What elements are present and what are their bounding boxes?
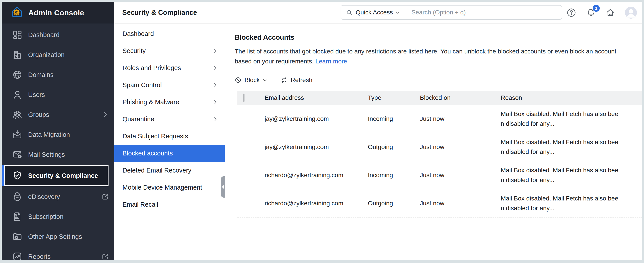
sidebar-item-label: Other App Settings — [28, 233, 82, 240]
submenu-item-mobile-device-management[interactable]: Mobile Device Management — [114, 179, 225, 196]
submenu-item-phishing-malware[interactable]: Phishing & Malware — [114, 94, 225, 111]
submenu-item-deleted-email-recovery[interactable]: Deleted Email Recovery — [114, 162, 225, 179]
table-row[interactable]: jay@zylkertraining.com Outgoing Just now… — [238, 133, 642, 161]
cell-email: jay@zylkertraining.com — [265, 115, 368, 122]
description-text: The list of accounts that got blocked du… — [235, 48, 616, 65]
select-all-checkbox[interactable] — [243, 94, 244, 102]
search-input[interactable] — [412, 9, 562, 16]
lock-icon — [12, 192, 22, 202]
notifications-bell-icon[interactable]: 1 — [586, 8, 596, 18]
sidebar-item-dashboard[interactable]: Dashboard — [2, 25, 114, 45]
table-row[interactable]: jay@zylkertraining.com Incoming Just now… — [238, 105, 642, 133]
sidebar-item-security-compliance[interactable]: Security & Compliance — [4, 165, 108, 186]
submenu-collapse-handle[interactable] — [221, 176, 225, 198]
sidebar-item-label: eDiscovery — [28, 193, 60, 200]
quick-access-dropdown[interactable]: Quick Access — [356, 9, 400, 16]
sidebar-item-ediscovery[interactable]: eDiscovery — [2, 187, 114, 207]
cell-reason: Mail Box disabled. Mail Fetch has also b… — [501, 194, 642, 213]
column-header-reason: Reason — [501, 94, 642, 101]
submenu-item-data-subject-requests[interactable]: Data Subject Requests — [114, 128, 225, 145]
page-title: Security & Compliance — [122, 9, 197, 17]
sidebar-item-other-app-settings[interactable]: Other App Settings — [2, 227, 114, 246]
admin-console-window: Admin Console Dashboard Organization Dom… — [2, 2, 642, 260]
sidebar-item-mail-settings[interactable]: Mail Settings — [2, 145, 114, 165]
cell-blocked-on: Just now — [420, 172, 501, 179]
invoice-icon — [12, 211, 22, 222]
refresh-button-label: Refresh — [290, 77, 312, 84]
submenu-item-security[interactable]: Security — [114, 42, 225, 59]
report-chart-icon — [12, 251, 22, 260]
sidebar-item-reports[interactable]: Reports — [2, 246, 114, 260]
submenu-item-label: Roles and Privileges — [122, 64, 181, 72]
submenu-item-label: Dashboard — [122, 30, 154, 38]
building-icon — [12, 50, 22, 60]
submenu-item-spam-control[interactable]: Spam Control — [114, 77, 225, 94]
cell-type: Incoming — [368, 172, 420, 179]
section-heading: Blocked Accounts — [235, 34, 636, 42]
search-divider — [406, 8, 406, 17]
submenu-item-label: Quarantine — [122, 116, 154, 123]
submenu-item-email-recall[interactable]: Email Recall — [114, 196, 225, 213]
topbar-icons: 1 — [566, 2, 637, 24]
app-logo-bar[interactable]: Admin Console — [2, 2, 114, 24]
submenu-item-label: Spam Control — [122, 81, 162, 89]
sidebar-item-organization[interactable]: Organization — [2, 45, 114, 65]
block-icon — [235, 77, 242, 83]
table-toolbar: Block Refresh — [235, 75, 636, 85]
sidebar-item-label: Security & Compliance — [28, 172, 98, 179]
sidebar-nav: Dashboard Organization Domains Users Gro… — [2, 24, 114, 260]
cell-email: richardo@zylkertraining.com — [265, 200, 368, 207]
security-compliance-submenu: Dashboard Security Roles and Privileges … — [114, 24, 225, 260]
chevron-right-icon — [212, 65, 218, 71]
refresh-icon — [281, 77, 288, 83]
global-search[interactable]: Quick Access — [340, 5, 562, 20]
block-button[interactable]: Block — [235, 77, 267, 84]
folder-gear-icon — [12, 231, 22, 242]
block-button-label: Block — [244, 77, 260, 84]
sidebar-item-data-migration[interactable]: Data Migration — [2, 125, 114, 145]
refresh-button[interactable]: Refresh — [281, 77, 312, 84]
home-icon[interactable] — [606, 8, 615, 18]
cell-type: Incoming — [368, 115, 420, 122]
globe-icon — [12, 70, 22, 80]
learn-more-link[interactable]: Learn more — [315, 58, 347, 65]
notification-badge: 1 — [592, 5, 600, 12]
sidebar-item-label: Dashboard — [28, 31, 60, 39]
sidebar-item-label: Subscription — [28, 213, 64, 220]
submenu-item-blocked-accounts[interactable]: Blocked accounts — [114, 145, 225, 162]
people-group-icon — [12, 110, 22, 120]
sidebar-item-groups[interactable]: Groups — [2, 105, 114, 125]
cell-reason: Mail Box disabled. Mail Fetch has also b… — [501, 165, 642, 185]
help-icon[interactable] — [566, 8, 576, 18]
sidebar-item-subscription[interactable]: Subscription — [2, 207, 114, 227]
chevron-down-icon — [395, 10, 400, 15]
active-item-accent-bar — [2, 165, 4, 186]
submenu-item-roles-privileges[interactable]: Roles and Privileges — [114, 59, 225, 77]
submenu-item-label: Email Recall — [122, 201, 158, 208]
reason-line: Mail Box disabled. Mail Fetch has also b… — [501, 194, 642, 203]
chevron-right-icon — [212, 82, 218, 88]
chevron-right-icon — [102, 111, 109, 118]
primary-sidebar: Admin Console Dashboard Organization Dom… — [2, 2, 114, 260]
table-row[interactable]: richardo@zylkertraining.com Incoming Jus… — [238, 161, 642, 189]
table-row[interactable]: richardo@zylkertraining.com Outgoing Jus… — [238, 189, 642, 217]
reason-line: n disabled for any... — [501, 147, 642, 157]
avatar[interactable] — [625, 7, 637, 19]
sidebar-item-domains[interactable]: Domains — [2, 65, 114, 85]
submenu-item-quarantine[interactable]: Quarantine — [114, 111, 225, 128]
blocked-accounts-table: Email address Type Blocked on Reason jay… — [238, 91, 642, 217]
quick-access-label: Quick Access — [356, 9, 393, 16]
sidebar-item-users[interactable]: Users — [2, 85, 114, 105]
reason-line: Mail Box disabled. Mail Fetch has also b… — [501, 165, 642, 175]
cell-reason: Mail Box disabled. Mail Fetch has also b… — [501, 137, 642, 157]
cell-blocked-on: Just now — [420, 200, 501, 207]
submenu-item-label: Deleted Email Recovery — [122, 167, 191, 174]
app-title: Admin Console — [28, 9, 84, 17]
column-header-blocked-on: Blocked on — [420, 94, 501, 101]
submenu-item-dashboard[interactable]: Dashboard — [114, 25, 225, 42]
sidebar-item-label: Domains — [28, 71, 53, 79]
section-description: The list of accounts that got blocked du… — [235, 46, 633, 66]
cell-blocked-on: Just now — [420, 143, 501, 151]
submenu-item-label: Phishing & Malware — [122, 98, 179, 106]
table-header-row: Email address Type Blocked on Reason — [238, 91, 642, 105]
